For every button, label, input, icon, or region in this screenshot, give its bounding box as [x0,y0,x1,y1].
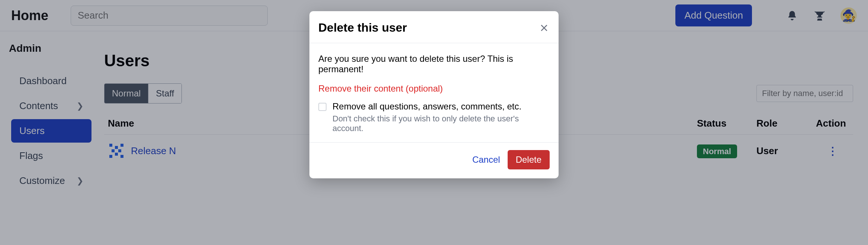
delete-user-modal: Delete this user Are you sure you want t… [309,11,559,178]
close-icon[interactable] [539,22,550,34]
confirm-text: Are you sure you want to delete this use… [318,54,550,74]
checkbox-label: Remove all questions, answers, comments,… [332,101,550,112]
modal-overlay[interactable]: Delete this user Are you sure you want t… [0,0,868,245]
remove-content-heading: Remove their content (optional) [318,83,550,94]
cancel-button[interactable]: Cancel [472,155,500,165]
checkbox-hint: Don't check this if you wish to only del… [332,114,550,133]
delete-button[interactable]: Delete [508,150,550,169]
modal-title: Delete this user [318,21,407,35]
remove-content-checkbox[interactable] [318,103,327,111]
